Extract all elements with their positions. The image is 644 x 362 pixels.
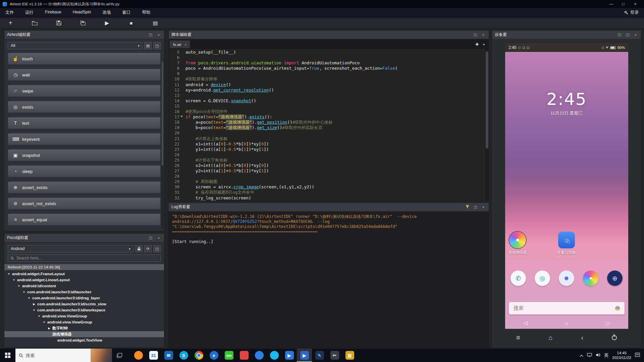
dock-browser-icon[interactable]: ⊕: [607, 270, 623, 286]
tree-expander-icon[interactable]: ▶: [32, 303, 36, 306]
tab-list-dropdown[interactable]: ▾: [483, 43, 485, 46]
airtest-item-exists[interactable]: ◎exists: [8, 101, 161, 113]
float-panel-icon[interactable]: ◳: [473, 205, 478, 209]
android-back-button[interactable]: ◁: [505, 320, 546, 326]
run-script-button[interactable]: ▶: [103, 19, 111, 27]
menu-item-帮助[interactable]: 帮助: [142, 10, 151, 15]
tree-node[interactable]: ▼android:id/content: [4, 283, 164, 289]
tree-expander-icon[interactable]: ▼: [42, 321, 46, 324]
airtest-item-assert_equal[interactable]: ≡assert_equal: [8, 214, 161, 226]
close-panel-icon[interactable]: ×: [481, 205, 486, 209]
maximize-button[interactable]: □: [617, 0, 629, 8]
tree-expander-icon[interactable]: ▼: [22, 291, 26, 294]
taskbar-app-mail[interactable]: ✉: [161, 349, 176, 362]
airtest-item-sleep[interactable]: ◔sleep: [8, 165, 161, 177]
display-tray-icon[interactable]: [587, 352, 592, 358]
close-panel-icon[interactable]: ×: [156, 236, 161, 240]
tree-expander-icon[interactable]: ▼: [12, 279, 16, 282]
airtest-item-swipe[interactable]: ☞swipe: [8, 85, 161, 97]
taskbar-search-box[interactable]: [15, 349, 112, 362]
tree-node[interactable]: ▶com.android.launcher3:id/scrim_view: [4, 301, 164, 307]
tree-node[interactable]: ▼android.widget.FrameLayout: [4, 271, 164, 277]
hidden-icons-button[interactable]: [580, 352, 583, 358]
tree-expander-icon[interactable]: ▼: [17, 285, 21, 288]
taskbar-app-edge[interactable]: e: [206, 349, 221, 362]
poco-search-input[interactable]: [16, 256, 158, 260]
dock-contacts-icon[interactable]: ◎: [535, 270, 550, 286]
taskbar-app-wechat[interactable]: oo: [221, 349, 236, 362]
phone-search-bar[interactable]: 搜索: [509, 302, 625, 314]
taskbar-app-video-player[interactable]: ▶: [282, 349, 297, 362]
close-tab-icon[interactable]: ×: [184, 43, 186, 47]
float-panel-icon[interactable]: ◳: [473, 33, 478, 37]
device-back-button[interactable]: ‹: [581, 334, 583, 341]
menu-item-选项[interactable]: 选项: [103, 10, 111, 15]
airtest-item-assert_exists[interactable]: ⊕assert_exists: [8, 181, 161, 193]
float-panel-icon[interactable]: ◳: [148, 33, 153, 37]
action-center-button[interactable]: [635, 352, 640, 358]
airtest-item-touch[interactable]: ☝touch: [8, 53, 161, 65]
airtest-scrollbar[interactable]: [161, 61, 164, 229]
search-highlight-image[interactable]: [91, 349, 112, 362]
tree-expander-icon[interactable]: ▶: [47, 327, 51, 330]
new-tab-button[interactable]: +: [475, 42, 479, 47]
taskbar-app-app-red[interactable]: [236, 349, 252, 362]
tree-node[interactable]: ▼android.view.ViewGroup: [4, 319, 164, 325]
log-output[interactable]: "D:\Download\AirtestIDE-win-1.2.16 (2)\A…: [169, 212, 489, 348]
scrollbar-thumb[interactable]: [486, 51, 488, 148]
taskbar-clock[interactable]: 14:45 2023/11/22: [612, 351, 631, 360]
task-view-button[interactable]: [112, 349, 127, 362]
tree-node[interactable]: ▼android.view.ViewGroup: [4, 313, 164, 319]
airtest-item-wait[interactable]: ◷wait: [8, 69, 161, 81]
tree-node[interactable]: ▼com.android.launcher3:id/workspace: [4, 307, 164, 313]
float-helper-button[interactable]: ◳: [153, 42, 161, 49]
taskbar-app-calendar[interactable]: 31: [146, 349, 161, 362]
tree-node[interactable]: 游戏增强器: [4, 331, 164, 337]
taskbar-app-firefox[interactable]: [131, 349, 146, 362]
tree-node[interactable]: ▶数字时钟: [4, 325, 164, 331]
dock-dialer-icon[interactable]: ✆: [511, 270, 526, 286]
tree-expander-icon[interactable]: ▼: [27, 297, 31, 300]
tree-node[interactable]: ▼com.android.launcher3:id/drag_layer: [4, 295, 164, 301]
taskbar-app-app-blue[interactable]: [252, 349, 267, 362]
fit-screen-icon[interactable]: ⊡: [617, 32, 622, 37]
save-button[interactable]: [54, 19, 63, 27]
dock-people-icon[interactable]: ☻: [559, 270, 574, 286]
login-button[interactable]: 登录: [624, 10, 639, 15]
menu-item-窗口[interactable]: 窗口: [122, 10, 131, 15]
scrollbar-thumb[interactable]: [162, 61, 163, 166]
minimize-button[interactable]: —: [605, 0, 617, 8]
device-home-button[interactable]: ⌂: [549, 334, 553, 341]
menu-item-运行[interactable]: 运行: [25, 10, 34, 15]
lock-button[interactable]: [135, 245, 143, 252]
taskbar-app-snipping-tool[interactable]: ✂: [327, 349, 342, 362]
phone-screen-mirror[interactable]: 2:45 90% 2:45 11月22日: [505, 43, 628, 329]
close-button[interactable]: ×: [629, 0, 641, 8]
taskbar-app-pen-tool[interactable]: ✎: [312, 349, 327, 362]
close-panel-icon[interactable]: ×: [633, 33, 638, 37]
save-as-button[interactable]: [78, 19, 87, 27]
airtest-item-assert_not_exists[interactable]: ⊘assert_not_exists: [8, 197, 161, 209]
log-filter-button[interactable]: [465, 205, 470, 209]
taskbar-app-app-yellow[interactable]: ▦: [342, 349, 357, 362]
android-recents-button[interactable]: □: [587, 320, 628, 326]
device-power-button[interactable]: [612, 335, 617, 340]
float-panel-icon[interactable]: ◳: [148, 236, 153, 240]
tree-node[interactable]: ▼com.android.launcher3:id/launcher: [4, 289, 164, 295]
taskbar-search-input[interactable]: [26, 353, 88, 358]
dock-gallery-icon[interactable]: [583, 270, 598, 286]
tree-node[interactable]: android.widget.TextView: [4, 337, 164, 343]
close-panel-icon[interactable]: ×: [156, 33, 161, 37]
volume-tray-icon[interactable]: [596, 352, 600, 358]
android-home-button[interactable]: ○: [546, 320, 587, 326]
insert-code-button[interactable]: ▤: [144, 42, 152, 49]
airtest-item-text[interactable]: Ttext: [8, 117, 161, 129]
taskbar-app-chrome[interactable]: [191, 349, 206, 362]
code-editor[interactable]: 5auto_setup(__file__)67from poco.drivers…: [169, 49, 489, 201]
tree-expander-icon[interactable]: ▼: [37, 315, 41, 318]
tree-expander-icon[interactable]: ▼: [32, 309, 36, 312]
open-script-button[interactable]: [30, 19, 39, 27]
taskbar-app-qq[interactable]: [267, 349, 282, 362]
app-icon-multi-window[interactable]: □: [558, 232, 575, 248]
app-icon-game-booster[interactable]: [509, 232, 526, 248]
